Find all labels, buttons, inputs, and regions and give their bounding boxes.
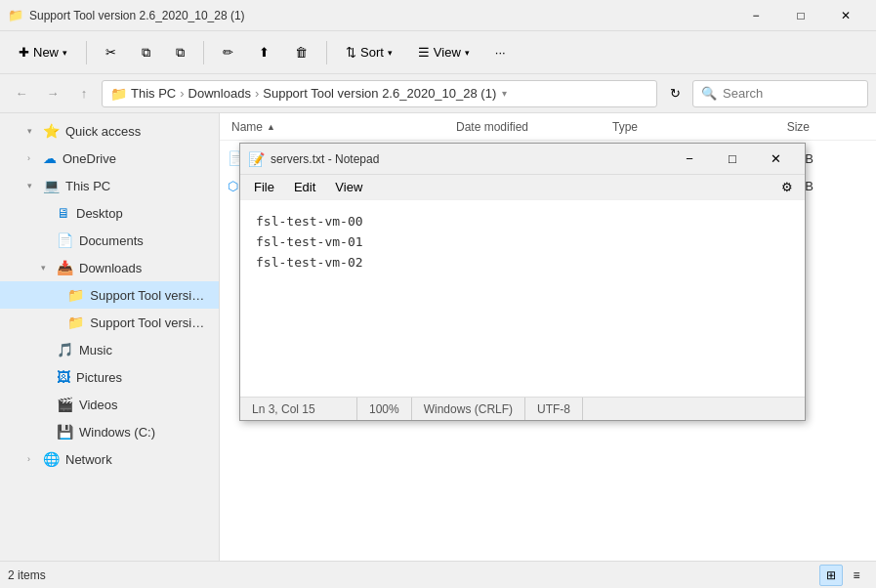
sort-label: Sort [360,45,384,60]
sidebar-item-label: Music [79,343,112,357]
expand-icon: ▾ [41,263,51,273]
notepad-minimize-button[interactable]: − [668,145,711,174]
delete-button[interactable]: 🗑 [284,37,318,68]
view-chevron-icon: ▾ [465,48,470,58]
maximize-button[interactable]: □ [778,0,823,31]
sidebar-item-support-tool-1[interactable]: 📁 Support Tool version 2.6_202 [0,281,219,309]
notepad-statusbar: Ln 3, Col 15 100% Windows (CRLF) UTF-8 [240,397,805,420]
rename-icon: ✏ [223,45,233,60]
view-label: View [434,45,461,60]
notepad-icon: 📝 [248,151,265,167]
notepad-zoom: 100% [357,398,412,420]
sidebar-item-label: Windows (C:) [79,425,155,440]
share-button[interactable]: ⬆ [248,37,280,68]
notepad-menu-edit[interactable]: Edit [284,178,325,196]
exe-file-icon: ⬡ [228,179,238,193]
notepad-menubar: File Edit View ⚙ [240,175,805,200]
notepad-settings-icon[interactable]: ⚙ [773,177,801,198]
sidebar-item-this-pc[interactable]: ▾ 💻 This PC [0,172,219,199]
expand-icon: › [27,153,37,163]
copy-button[interactable]: ⧉ [131,37,161,68]
sidebar-item-videos[interactable]: 🎬 Videos [0,391,219,418]
column-type[interactable]: Type [608,120,735,134]
cut-button[interactable]: ✂ [95,37,127,68]
expand-icon: ▾ [27,126,37,136]
list-view-button[interactable]: ≡ [845,565,868,586]
sidebar-item-label: Quick access [65,124,141,139]
copy-icon: ⧉ [142,45,150,61]
address-folder-icon: 📁 [110,86,127,102]
forward-button[interactable]: → [39,80,66,107]
onedrive-icon: ☁ [43,150,57,166]
notepad-position: Ln 3, Col 15 [240,398,357,420]
title-bar-controls: − □ ✕ [733,0,868,31]
folder-icon: 📁 [67,287,84,303]
music-icon: 🎵 [57,342,73,357]
address-box[interactable]: 📁 This PC › Downloads › Support Tool ver… [102,80,657,107]
breadcrumb-this-pc: This PC [131,86,176,101]
cut-icon: ✂ [105,45,116,60]
notepad-maximize-button[interactable]: □ [711,145,754,174]
sort-button[interactable]: ⇅ Sort ▾ [335,37,403,68]
sidebar-item-quick-access[interactable]: ▾ ⭐ Quick access [0,117,219,145]
sidebar-item-network[interactable]: › 🌐 Network [0,445,219,473]
new-icon: ✚ [19,45,29,60]
notepad-title-text: servers.txt - Notepad [271,152,662,166]
more-button[interactable]: ··· [484,37,517,68]
rename-button[interactable]: ✏ [212,37,244,68]
sidebar-item-label: Pictures [76,370,122,385]
breadcrumb-folder: Support Tool version 2.6_2020_10_28 (1) [263,86,496,101]
new-button[interactable]: ✚ New ▾ [8,37,78,68]
sidebar-item-label: Desktop [76,206,123,221]
sort-chevron-icon: ▾ [388,48,393,58]
title-bar: 📁 Support Tool version 2.6_2020_10_28 (1… [0,0,876,31]
search-box[interactable]: 🔍 [692,80,868,107]
sidebar-item-onedrive[interactable]: › ☁ OneDrive [0,145,219,172]
documents-icon: 📄 [57,232,73,248]
status-bar: 2 items ⊞ ≡ [0,561,876,588]
items-count: 2 items [8,568,46,582]
folder-icon: 📁 [67,315,84,330]
sidebar-item-music[interactable]: 🎵 Music [0,336,219,363]
sidebar-item-pictures[interactable]: 🖼 Pictures [0,363,219,391]
view-button[interactable]: ☰ View ▾ [407,37,480,68]
minimize-button[interactable]: − [733,0,778,31]
back-button[interactable]: ← [8,80,35,107]
column-name[interactable]: Name ▲ [228,120,452,134]
up-button[interactable]: ↑ [70,80,98,107]
this-pc-icon: 💻 [43,178,60,193]
expand-icon: ▾ [27,181,37,190]
column-size[interactable]: Size [735,120,813,134]
address-bar-row: ← → ↑ 📁 This PC › Downloads › Support To… [0,74,876,113]
pictures-icon: 🖼 [57,369,70,385]
grid-view-button[interactable]: ⊞ [819,565,843,586]
notepad-close-button[interactable]: ✕ [754,145,797,174]
search-input[interactable] [723,86,876,101]
sidebar-item-support-tool-2[interactable]: 📁 Support Tool version 2.6_202 [0,309,219,336]
drive-icon: 💾 [57,424,73,440]
sidebar-item-label: Videos [79,398,118,412]
sidebar-item-downloads[interactable]: ▾ 📥 Downloads [0,254,219,281]
sidebar-item-desktop[interactable]: 🖥 Desktop [0,199,219,227]
sidebar-item-label: Support Tool version 2.6_202 [90,288,211,303]
view-icon: ☰ [418,45,430,60]
notepad-content[interactable]: fsl-test-vm-00 fsl-test-vm-01 fsl-test-v… [240,200,805,397]
paste-button[interactable]: ⧉ [165,37,195,68]
delete-icon: 🗑 [295,45,308,60]
refresh-button[interactable]: ↻ [661,80,688,107]
notepad-controls: − □ ✕ [668,145,797,174]
main-layout: ▾ ⭐ Quick access › ☁ OneDrive ▾ 💻 This P… [0,113,876,561]
file-header: Name ▲ Date modified Type Size [220,113,876,141]
close-button[interactable]: ✕ [823,0,868,31]
more-label: ··· [495,45,506,60]
sidebar-item-label: OneDrive [63,151,116,166]
notepad-menu-view[interactable]: View [325,178,372,196]
sidebar-item-windows-c[interactable]: 💾 Windows (C:) [0,418,219,445]
notepad-menu-file[interactable]: File [244,178,284,196]
share-icon: ⬆ [259,45,270,60]
column-date[interactable]: Date modified [452,120,608,134]
sidebar-item-label: This PC [65,179,110,193]
sidebar-item-documents[interactable]: 📄 Documents [0,227,219,254]
refresh-icon: ↻ [670,86,681,101]
toolbar-separator-1 [86,41,87,64]
